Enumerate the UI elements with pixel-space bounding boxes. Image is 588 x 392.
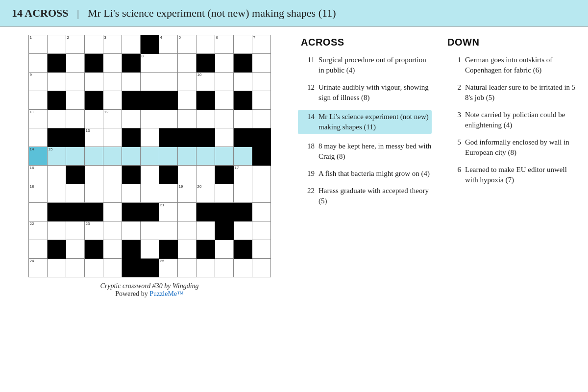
grid-cell-8-2[interactable] bbox=[66, 184, 84, 203]
grid-cell-7-0[interactable]: 16 bbox=[28, 166, 47, 184]
grid-cell-0-2[interactable]: 2 bbox=[66, 35, 84, 54]
across-clue-12[interactable]: 12Urinate audibly with vigour, showing s… bbox=[301, 82, 432, 103]
grid-cell-3-0[interactable] bbox=[28, 91, 47, 110]
grid-cell-6-6[interactable] bbox=[140, 147, 159, 166]
grid-cell-7-4[interactable] bbox=[103, 166, 122, 184]
grid-cell-2-8[interactable] bbox=[177, 73, 196, 91]
grid-cell-2-9[interactable]: 10 bbox=[196, 73, 215, 91]
grid-cell-8-7[interactable] bbox=[159, 184, 177, 203]
grid-cell-3-2[interactable] bbox=[66, 91, 84, 110]
grid-cell-2-11[interactable] bbox=[233, 73, 252, 91]
grid-cell-2-2[interactable] bbox=[66, 73, 84, 91]
grid-cell-6-3[interactable] bbox=[84, 147, 103, 166]
grid-cell-0-7[interactable]: 4 bbox=[159, 35, 177, 54]
grid-cell-4-3[interactable] bbox=[84, 110, 103, 128]
grid-cell-3-4[interactable] bbox=[103, 91, 122, 110]
grid-cell-4-12[interactable] bbox=[252, 110, 270, 128]
grid-cell-8-3[interactable] bbox=[84, 184, 103, 203]
grid-cell-1-8[interactable] bbox=[177, 54, 196, 73]
grid-cell-4-8[interactable] bbox=[177, 110, 196, 128]
grid-cell-11-6[interactable] bbox=[140, 240, 159, 259]
grid-cell-10-3[interactable]: 23 bbox=[84, 221, 103, 240]
across-clue-19[interactable]: 19A fish that bacteria might grow on (4) bbox=[301, 169, 432, 179]
grid-cell-12-12[interactable] bbox=[252, 259, 270, 277]
grid-cell-10-7[interactable] bbox=[159, 221, 177, 240]
grid-cell-2-5[interactable] bbox=[122, 73, 140, 91]
grid-cell-12-10[interactable] bbox=[215, 259, 233, 277]
grid-cell-10-8[interactable] bbox=[177, 221, 196, 240]
grid-cell-8-11[interactable] bbox=[233, 184, 252, 203]
across-clue-22[interactable]: 22Harass graduate with accepted theory (… bbox=[301, 186, 432, 206]
grid-cell-7-1[interactable] bbox=[47, 166, 66, 184]
grid-cell-8-6[interactable] bbox=[140, 184, 159, 203]
down-clue-2[interactable]: 2Natural leader sure to be irritated in … bbox=[447, 82, 578, 103]
grid-cell-6-7[interactable] bbox=[159, 147, 177, 166]
grid-cell-2-7[interactable] bbox=[159, 73, 177, 91]
grid-cell-12-2[interactable] bbox=[66, 259, 84, 277]
grid-cell-12-0[interactable]: 24 bbox=[28, 259, 47, 277]
grid-cell-7-6[interactable] bbox=[140, 166, 159, 184]
grid-cell-10-6[interactable] bbox=[140, 221, 159, 240]
grid-cell-3-12[interactable] bbox=[252, 91, 270, 110]
grid-cell-7-12[interactable] bbox=[252, 166, 270, 184]
grid-cell-0-8[interactable]: 5 bbox=[177, 35, 196, 54]
grid-cell-2-0[interactable]: 9 bbox=[28, 73, 47, 91]
grid-cell-10-9[interactable] bbox=[196, 221, 215, 240]
grid-cell-10-2[interactable] bbox=[66, 221, 84, 240]
grid-cell-4-2[interactable] bbox=[66, 110, 84, 128]
grid-cell-9-4[interactable] bbox=[103, 203, 122, 221]
grid-cell-0-10[interactable]: 6 bbox=[215, 35, 233, 54]
grid-cell-12-3[interactable] bbox=[84, 259, 103, 277]
across-clue-11[interactable]: 11Surgical procedure out of proportion i… bbox=[301, 55, 432, 75]
grid-cell-4-5[interactable] bbox=[122, 110, 140, 128]
across-clue-14[interactable]: 14Mr Li's science experiment (not new) m… bbox=[298, 110, 432, 134]
grid-cell-11-12[interactable] bbox=[252, 240, 270, 259]
grid-cell-1-2[interactable] bbox=[66, 54, 84, 73]
down-clue-5[interactable]: 5God informally enclosed by wall in Euro… bbox=[447, 137, 578, 158]
grid-cell-0-12[interactable]: 7 bbox=[252, 35, 270, 54]
grid-cell-11-8[interactable] bbox=[177, 240, 196, 259]
grid-cell-1-6[interactable]: 8 bbox=[140, 54, 159, 73]
grid-cell-0-5[interactable] bbox=[122, 35, 140, 54]
grid-cell-6-4[interactable] bbox=[103, 147, 122, 166]
grid-cell-6-1[interactable]: 15 bbox=[47, 147, 66, 166]
grid-cell-7-8[interactable] bbox=[177, 166, 196, 184]
grid-cell-12-9[interactable] bbox=[196, 259, 215, 277]
grid-cell-6-9[interactable] bbox=[196, 147, 215, 166]
grid-cell-2-12[interactable] bbox=[252, 73, 270, 91]
down-clue-1[interactable]: 1German goes into outskirts of Copenhage… bbox=[447, 55, 578, 75]
grid-cell-2-6[interactable] bbox=[140, 73, 159, 91]
grid-cell-12-7[interactable]: 25 bbox=[159, 259, 177, 277]
grid-cell-2-1[interactable] bbox=[47, 73, 66, 91]
grid-cell-1-10[interactable] bbox=[215, 54, 233, 73]
grid-cell-4-11[interactable] bbox=[233, 110, 252, 128]
grid-cell-10-11[interactable] bbox=[233, 221, 252, 240]
grid-cell-5-10[interactable] bbox=[215, 128, 233, 147]
grid-cell-3-8[interactable] bbox=[177, 91, 196, 110]
grid-cell-4-9[interactable] bbox=[196, 110, 215, 128]
grid-cell-6-2[interactable] bbox=[66, 147, 84, 166]
grid-cell-5-4[interactable] bbox=[103, 128, 122, 147]
grid-cell-10-1[interactable] bbox=[47, 221, 66, 240]
grid-cell-0-11[interactable] bbox=[233, 35, 252, 54]
grid-cell-1-0[interactable] bbox=[28, 54, 47, 73]
grid-cell-11-2[interactable] bbox=[66, 240, 84, 259]
grid-cell-7-9[interactable] bbox=[196, 166, 215, 184]
grid-cell-12-8[interactable] bbox=[177, 259, 196, 277]
grid-cell-10-0[interactable]: 22 bbox=[28, 221, 47, 240]
grid-cell-2-3[interactable] bbox=[84, 73, 103, 91]
grid-cell-8-4[interactable] bbox=[103, 184, 122, 203]
grid-cell-11-0[interactable] bbox=[28, 240, 47, 259]
grid-cell-12-1[interactable] bbox=[47, 259, 66, 277]
grid-cell-4-0[interactable]: 11 bbox=[28, 110, 47, 128]
grid-cell-6-8[interactable] bbox=[177, 147, 196, 166]
grid-cell-6-5[interactable] bbox=[122, 147, 140, 166]
grid-cell-4-4[interactable]: 12 bbox=[103, 110, 122, 128]
grid-cell-8-0[interactable]: 18 bbox=[28, 184, 47, 203]
grid-cell-4-7[interactable] bbox=[159, 110, 177, 128]
grid-cell-11-10[interactable] bbox=[215, 240, 233, 259]
grid-cell-12-4[interactable] bbox=[103, 259, 122, 277]
grid-cell-5-0[interactable] bbox=[28, 128, 47, 147]
grid-cell-10-4[interactable] bbox=[103, 221, 122, 240]
grid-cell-8-12[interactable] bbox=[252, 184, 270, 203]
